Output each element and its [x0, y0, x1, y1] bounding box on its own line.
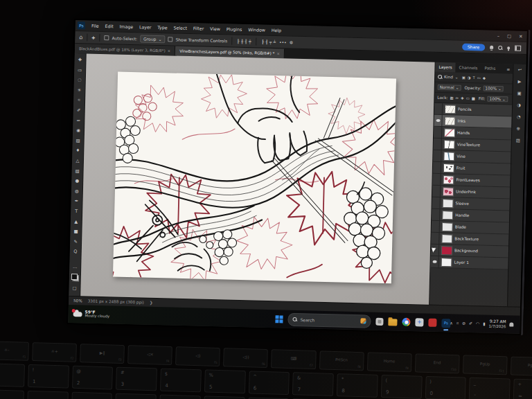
menu-image[interactable]: Image	[116, 24, 136, 29]
key-blank[interactable]	[159, 395, 200, 399]
layer-thumbnail[interactable]	[443, 188, 453, 195]
photoshop-app-icon[interactable]: Ps	[78, 21, 85, 29]
distribute-icon[interactable]: ┷	[272, 39, 276, 44]
lock-icon[interactable]: ✏	[456, 96, 459, 100]
discover-icon[interactable]	[507, 46, 510, 49]
layer-visibility-toggle[interactable]	[432, 209, 440, 220]
key-7[interactable]: &7	[292, 372, 334, 396]
key-4[interactable]: $4	[160, 369, 202, 393]
filter-icon[interactable]: ▣	[462, 76, 466, 80]
layer-visibility-toggle[interactable]	[433, 150, 441, 161]
maximize-button[interactable]: ▢	[507, 33, 511, 39]
history-panel-icon[interactable]: ↩	[518, 67, 522, 73]
history-brush-tool[interactable]: ♦	[76, 145, 80, 156]
healing-tool[interactable]: ✏	[77, 116, 81, 126]
layer-thumbnail[interactable]	[445, 129, 454, 136]
key-blank[interactable]	[71, 392, 112, 399]
layer-thumbnail[interactable]	[443, 211, 452, 219]
layer-thumbnail[interactable]	[444, 152, 454, 160]
color-swatches[interactable]	[71, 274, 78, 281]
filter-kind-label[interactable]: Kind	[444, 75, 453, 79]
crop-tool[interactable]: ⌗	[78, 96, 80, 106]
color-panel-icon[interactable]: ◔	[517, 114, 521, 120]
key-f4[interactable]: ◁×f4	[127, 345, 172, 365]
foreground-color-swatch[interactable]	[71, 274, 77, 280]
menu-edit[interactable]: Edit	[102, 24, 116, 29]
actions-panel-icon[interactable]: ▶	[517, 79, 521, 85]
file-explorer-icon[interactable]	[388, 319, 397, 326]
key-f5[interactable]: ◁)f5	[175, 346, 220, 366]
key-blank[interactable]	[0, 389, 24, 399]
key-home[interactable]: Homef9	[367, 352, 412, 372]
key--[interactable]: ~`	[0, 363, 25, 387]
layer-visibility-toggle[interactable]	[433, 162, 441, 173]
filter-icon[interactable]: ◆	[483, 76, 486, 80]
gradient-tool[interactable]: ▧	[75, 166, 79, 177]
eraser-tool[interactable]: △	[76, 156, 79, 166]
menu-select[interactable]: Select	[170, 25, 190, 30]
layer-thumbnail[interactable]	[444, 164, 454, 172]
fill-dropdown[interactable]: 100% ⌄	[487, 96, 508, 103]
path-select-tool[interactable]: ▲	[74, 217, 78, 227]
chrome-icon[interactable]	[402, 318, 410, 326]
blur-tool[interactable]: ●	[75, 176, 79, 186]
filter-icon[interactable]: ◑	[468, 76, 471, 80]
gear-icon[interactable]: ⚙	[290, 40, 294, 45]
workspace-icon[interactable]	[515, 45, 521, 51]
adjustments-panel-icon[interactable]: ◑	[517, 103, 521, 108]
key-8[interactable]: *8	[337, 373, 378, 398]
menu-file[interactable]: File	[89, 24, 102, 28]
layer-thumbnail[interactable]	[443, 200, 453, 207]
align-icon[interactable]: ╪	[248, 39, 252, 44]
type-tool[interactable]: T	[75, 206, 78, 217]
layer-thumbnail[interactable]	[442, 247, 452, 254]
layer-thumbnail[interactable]	[445, 141, 454, 148]
pen-tool[interactable]: ✒	[75, 196, 79, 206]
key-f7[interactable]: ⌨f7	[271, 349, 316, 369]
show-transform-checkbox[interactable]	[168, 37, 172, 42]
opacity-dropdown[interactable]: 100% ⌄	[483, 85, 504, 91]
lock-icon[interactable]: ■	[472, 96, 475, 100]
lasso-tool[interactable]: ◌	[78, 75, 82, 85]
dodge-tool[interactable]: ◍	[75, 186, 79, 197]
move-tool[interactable]: ✚	[78, 55, 82, 65]
adobe-app-icon[interactable]	[428, 319, 436, 327]
tray-game-icon[interactable]: ⌗	[456, 321, 459, 326]
bell-icon[interactable]	[490, 46, 493, 49]
layer-thumbnail[interactable]	[443, 176, 453, 184]
tray-chevron-icon[interactable]: ∧	[450, 321, 453, 326]
info-panel-icon[interactable]: ⊕	[517, 126, 521, 132]
magic-wand-tool[interactable]: ✳	[78, 85, 82, 96]
start-button[interactable]	[275, 315, 283, 323]
tray-pen-icon[interactable]: ✐	[469, 321, 472, 326]
zoom-level[interactable]: 50%	[73, 299, 82, 303]
properties-panel-icon[interactable]: ▤	[516, 138, 520, 143]
layer-visibility-toggle[interactable]	[434, 139, 442, 150]
key-1[interactable]: !1	[28, 364, 69, 389]
key--[interactable]: _-	[469, 378, 511, 399]
search-icon[interactable]	[498, 45, 502, 49]
marquee-tool[interactable]: ▭	[78, 65, 82, 76]
menu-view[interactable]: View	[207, 26, 224, 32]
layer-thumbnail[interactable]	[442, 235, 452, 242]
key-f1[interactable]: ☼-f1	[0, 341, 29, 361]
key-prtscn[interactable]: PrtScnf8	[319, 351, 364, 371]
share-button[interactable]: Share	[462, 43, 486, 51]
layer-visibility-toggle[interactable]	[432, 186, 441, 197]
layer-thumbnail[interactable]	[441, 258, 451, 266]
auto-select-checkbox[interactable]	[104, 35, 109, 40]
brush-tool[interactable]: ◉	[76, 125, 80, 136]
key-5[interactable]: %5	[204, 369, 246, 393]
shape-tool[interactable]: ■	[73, 227, 78, 237]
filter-icon[interactable]: ▭	[477, 76, 481, 80]
taskbar-clock[interactable]: 9:27 AM 1/7/2026	[489, 319, 506, 329]
libraries-panel-icon[interactable]: ▣	[517, 91, 521, 96]
panel-menu-icon[interactable]: ≡	[506, 66, 513, 71]
key-pgdn[interactable]: PgDnf12	[511, 357, 532, 377]
key-blank[interactable]	[115, 393, 156, 399]
key-end[interactable]: Endf10	[415, 353, 460, 373]
key-f3[interactable]: ▶∥f3	[80, 344, 125, 364]
notifications-icon[interactable]	[509, 322, 513, 326]
tab-layers[interactable]: Layers	[435, 62, 456, 73]
key-0[interactable]: )0	[425, 376, 466, 399]
